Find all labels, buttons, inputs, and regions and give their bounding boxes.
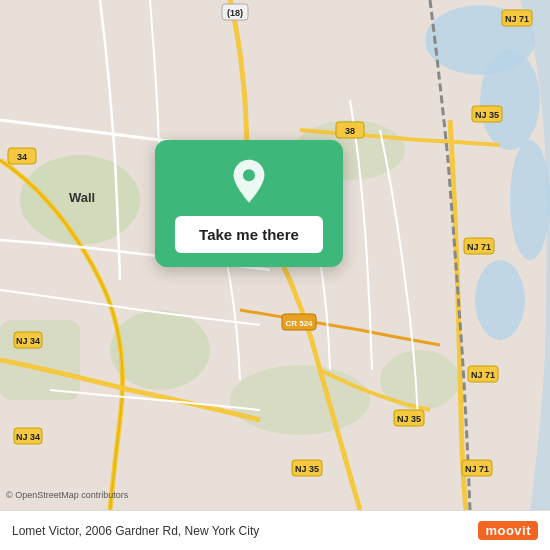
svg-text:NJ 71: NJ 71 — [467, 242, 491, 252]
svg-text:CR 524: CR 524 — [285, 319, 313, 328]
svg-point-39 — [243, 169, 255, 181]
bottom-bar: Lomet Victor, 2006 Gardner Rd, New York … — [0, 510, 550, 550]
location-pin-icon — [225, 158, 273, 206]
svg-text:NJ 34: NJ 34 — [16, 336, 40, 346]
svg-point-6 — [110, 310, 210, 390]
svg-text:NJ 71: NJ 71 — [505, 14, 529, 24]
svg-text:© OpenStreetMap contributors: © OpenStreetMap contributors — [6, 490, 129, 500]
popup-card: Take me there — [155, 140, 343, 267]
svg-text:NJ 35: NJ 35 — [475, 110, 499, 120]
moovit-logo-text: moovit — [478, 521, 538, 540]
svg-point-7 — [230, 365, 370, 435]
svg-point-3 — [510, 140, 550, 260]
svg-text:NJ 35: NJ 35 — [397, 414, 421, 424]
svg-text:38: 38 — [345, 126, 355, 136]
svg-text:(18): (18) — [227, 8, 243, 18]
svg-text:NJ 71: NJ 71 — [465, 464, 489, 474]
svg-point-4 — [475, 260, 525, 340]
svg-text:34: 34 — [17, 152, 27, 162]
svg-text:NJ 71: NJ 71 — [471, 370, 495, 380]
svg-text:NJ 35: NJ 35 — [295, 464, 319, 474]
map-container: 34 NJ 34 NJ 34 (18) 38 NJ 71 NJ 35 NJ 71… — [0, 0, 550, 510]
svg-text:NJ 34: NJ 34 — [16, 432, 40, 442]
take-me-there-button[interactable]: Take me there — [175, 216, 323, 253]
svg-text:Wall: Wall — [69, 190, 95, 205]
svg-point-2 — [480, 50, 540, 150]
address-label: Lomet Victor, 2006 Gardner Rd, New York … — [12, 524, 259, 538]
moovit-logo: moovit — [478, 521, 538, 540]
